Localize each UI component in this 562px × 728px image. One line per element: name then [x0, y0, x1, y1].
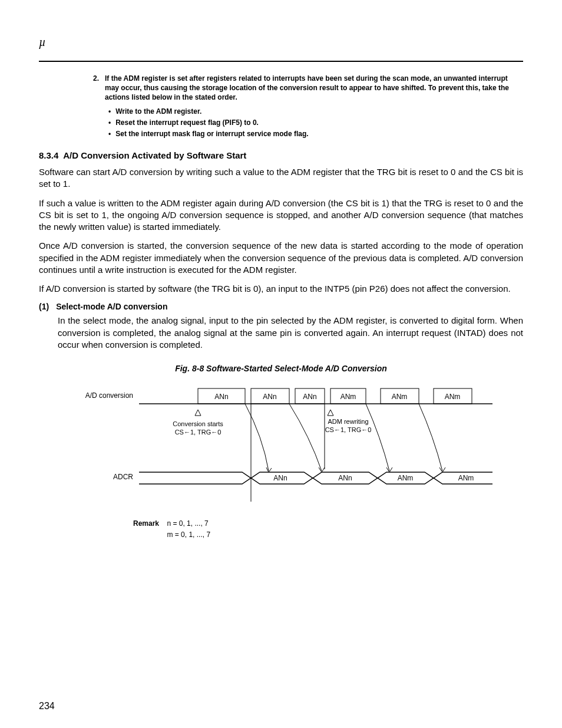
- bullet-dot: •: [108, 129, 111, 140]
- diagram-adcr-lane: [139, 472, 492, 484]
- diagram-cell: ANm: [392, 393, 408, 401]
- section-number: 8.3.4: [39, 150, 58, 160]
- section-title: A/D Conversion Activated by Software Sta…: [63, 150, 246, 160]
- bullet-text: Set the interrupt mask flag or interrupt…: [115, 129, 308, 140]
- note-text: If the ADM register is set after registe…: [105, 74, 523, 103]
- diagram-top-row: ANn ANn ANn ANm ANm ANm: [198, 388, 472, 404]
- section-heading: 8.3.4 A/D Conversion Activated by Softwa…: [39, 150, 523, 160]
- diagram-cell: ANm: [445, 393, 461, 401]
- subsection-number: (1): [39, 302, 49, 311]
- paragraph: Software can start A/D conversion by wri…: [39, 166, 523, 190]
- bullet-dot: •: [108, 117, 111, 129]
- paragraph: If such a value is written to the ADM re…: [39, 197, 523, 233]
- note-bullets: •Write to the ADM register. •Reset the i…: [108, 106, 523, 140]
- diagram-note: Conversion starts: [173, 420, 223, 427]
- diagram-cell: ANn: [338, 474, 352, 482]
- bullet-text: Reset the interrupt request flag (PIF5) …: [115, 117, 259, 129]
- diagram-note: ADM rewriting: [328, 418, 368, 425]
- subsection-heading: (1) Select-mode A/D conversion: [39, 302, 523, 311]
- diagram-dividers: [251, 404, 325, 502]
- note-number: 2.: [88, 74, 99, 103]
- remark-line2: m = 0, 1, ..., 7: [167, 531, 210, 539]
- diagram-note: CS←1, TRG←0: [175, 429, 222, 436]
- paragraph: Once A/D conversion is started, the conv…: [39, 240, 523, 276]
- bullet-dot: •: [108, 106, 111, 117]
- page: µ 2. If the ADM register is set after re…: [0, 0, 562, 728]
- diagram-cell: ANn: [214, 393, 228, 401]
- subsection-title: Select-mode A/D conversion: [56, 302, 167, 311]
- diagram-arrows: [245, 404, 445, 472]
- timing-diagram: A/D conversion ADCR ANn ANn ANn ANm ANm …: [68, 384, 498, 513]
- header-rule: [39, 61, 523, 62]
- diagram-cell: ANm: [340, 393, 356, 401]
- diagram-cell: ANn: [263, 393, 276, 401]
- header-mu: µ: [39, 35, 523, 49]
- remark-label: Remark: [133, 519, 165, 528]
- diagram-cell: ANm: [398, 474, 414, 482]
- paragraph: If A/D conversion is started by software…: [39, 283, 523, 295]
- figure-remark: Remark n = 0, 1, ..., 7 Remark m = 0, 1,…: [133, 518, 523, 541]
- page-number: 234: [39, 701, 55, 711]
- diagram-cell: ANm: [458, 474, 474, 482]
- subsection-body: In the select mode, the analog signal, i…: [58, 315, 523, 351]
- diagram-cell: ANn: [303, 393, 316, 401]
- diagram-cell: ANn: [273, 474, 287, 482]
- diagram-row2-label: ADCR: [113, 473, 133, 481]
- bullet-text: Write to the ADM register.: [115, 106, 201, 117]
- note-block: 2. If the ADM register is set after regi…: [88, 74, 523, 103]
- triangle-icon: [195, 410, 333, 416]
- remark-line1: n = 0, 1, ..., 7: [167, 519, 208, 528]
- diagram-note: CS←1, TRG←0: [325, 426, 372, 433]
- diagram-row1-label: A/D conversion: [85, 391, 133, 400]
- figure-caption: Fig. 8-8 Software-Started Select-Mode A/…: [39, 364, 523, 373]
